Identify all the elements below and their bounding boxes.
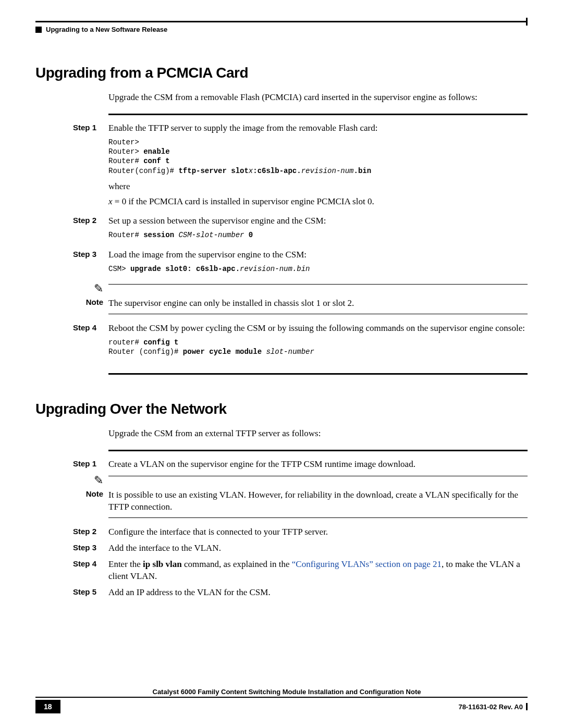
step-row: Step 3 Load the image from the superviso… [73,249,528,279]
note-rule-row [73,313,528,315]
running-head-text: Upgrading to a New Software Release [46,26,167,33]
step-row: Step 1 Enable the TFTP server to supply … [73,122,528,211]
step-row: Step 4 Reboot the CSM by power cycling t… [73,323,528,362]
step-row: Step 5 Add an IP address to the VLAN for… [73,587,528,599]
footer-title-row: Catalyst 6000 Family Content Switching M… [35,688,528,696]
section-a-bottom-rule [108,373,528,375]
step-label: Step 4 [73,559,108,568]
note-icon-col: ✎ [73,475,108,486]
note-rule-bottom [108,517,528,518]
step-body: Add an IP address to the VLAN for the CS… [108,587,528,599]
section-a-top-rule [108,114,528,115]
note-rule-row [73,516,528,519]
note-label: Note [73,298,108,306]
code-block: Router> Router> enable Router# conf t Ro… [108,138,528,176]
footer-title: Catalyst 6000 Family Content Switching M… [35,688,528,696]
note-icon-row: ✎ [73,283,528,294]
note-icon-col: ✎ [73,283,108,294]
step-label: Step 3 [73,542,108,552]
page-footer: Catalyst 6000 Family Content Switching M… [35,688,528,713]
step-text: Enable the TFTP server to supply the ima… [108,122,528,134]
footer-rev: 78-11631-02 Rev. A0 [458,703,523,711]
note-rule-top [108,284,528,285]
step-body: Set up a session between the supervisor … [108,215,528,245]
step-label: Step 1 [73,459,108,468]
step-label: Step 2 [73,526,108,536]
section-a-steps: Step 1 Enable the TFTP server to supply … [73,122,528,362]
step-text: Reboot the CSM by power cycling the CSM … [108,323,528,335]
code-block: router# config t Router (config)# power … [108,338,528,356]
section-b-title: Upgrading Over the Network [35,401,528,417]
note-rule-top [108,476,528,476]
note-label: Note [73,489,108,498]
footer-rev-bar-icon [526,703,528,710]
section-a-intro: Upgrade the CSM from a removable Flash (… [108,92,528,103]
step-body: Reboot the CSM by power cycling the CSM … [108,323,528,362]
running-head: Upgrading to a New Software Release [35,26,528,33]
step-label: Step 4 [73,323,108,332]
step-label: Step 5 [73,587,108,596]
command-name: ip slb vlan [143,559,182,569]
pencil-icon: ✎ [94,283,103,294]
top-rule [35,21,528,22]
step-body: Configure the interface that is connecte… [108,526,528,538]
page-number: 18 [35,700,60,713]
step-text: Set up a session between the supervisor … [108,215,528,227]
note-row: Note It is possible to use an existing V… [73,489,528,513]
step-row: Step 4 Enter the ip slb vlan command, as… [73,559,528,583]
section-b-intro: Upgrade the CSM from an external TFTP se… [108,428,528,439]
footer-rule [35,697,528,698]
step-label: Step 2 [73,215,108,225]
section-b-top-rule [108,450,528,451]
note-icon-row: ✎ [73,475,528,486]
step-row: Step 2 Configure the interface that is c… [73,526,528,538]
section-a-title: Upgrading from a PCMCIA Card [35,65,528,81]
code-block: Router# session CSM-slot-number 0 [108,230,528,240]
code-block: CSM> upgrade slot0: c6slb-apc.revision-n… [108,264,528,274]
step-body: Load the image from the supervisor engin… [108,249,528,279]
step-body: Enable the TFTP server to supply the ima… [108,122,528,211]
note-body: It is possible to use an existing VLAN. … [108,489,528,513]
step-label: Step 1 [73,122,108,132]
step-body: Create a VLAN on the supervisor engine f… [108,459,528,471]
note-row: Note The supervisor engine can only be i… [73,298,528,310]
section-b-steps: Step 1 Create a VLAN on the supervisor e… [73,459,528,599]
step-body: Add the interface to the VLAN. [108,542,528,554]
where-label: where [108,181,528,193]
step-row: Step 2 Set up a session between the supe… [73,215,528,245]
footer-inner: 18 78-11631-02 Rev. A0 [35,700,528,713]
bullet-square-icon [35,27,42,33]
step-label: Step 3 [73,249,108,258]
where-text: x = 0 if the PCMCIA card is installed in… [108,196,528,208]
note-body: The supervisor engine can only be instal… [108,298,528,310]
step-row: Step 3 Add the interface to the VLAN. [73,542,528,554]
step-text: Load the image from the supervisor engin… [108,249,528,261]
pencil-icon: ✎ [94,475,103,486]
cross-ref-link[interactable]: “Configuring VLANs” section on page 21 [292,559,442,569]
step-body: Enter the ip slb vlan command, as explai… [108,559,528,583]
step-row: Step 1 Create a VLAN on the supervisor e… [73,459,528,471]
note-rule-bottom [108,314,528,314]
